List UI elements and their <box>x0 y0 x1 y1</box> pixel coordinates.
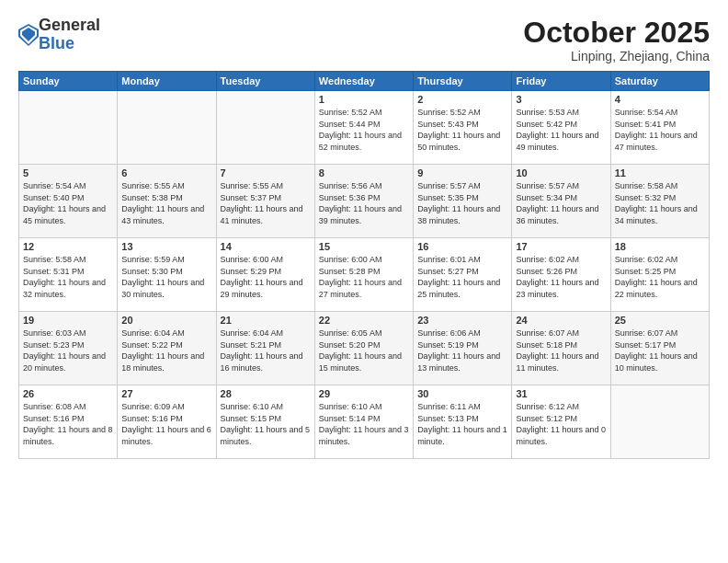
day-info: Sunrise: 6:02 AM Sunset: 5:25 PM Dayligh… <box>615 254 705 300</box>
header-sunday: Sunday <box>19 72 118 91</box>
table-row <box>118 91 216 165</box>
day-number: 25 <box>615 315 705 326</box>
day-number: 29 <box>319 388 409 399</box>
day-info: Sunrise: 5:59 AM Sunset: 5:30 PM Dayligh… <box>121 254 211 300</box>
table-row: 17Sunrise: 6:02 AM Sunset: 5:26 PM Dayli… <box>512 238 610 312</box>
day-info: Sunrise: 6:07 AM Sunset: 5:17 PM Dayligh… <box>615 327 705 373</box>
location: Linping, Zhejiang, China <box>523 49 710 63</box>
header-wednesday: Wednesday <box>314 72 413 91</box>
calendar-week-row: 1Sunrise: 5:52 AM Sunset: 5:44 PM Daylig… <box>19 91 710 165</box>
calendar-table: Sunday Monday Tuesday Wednesday Thursday… <box>18 71 710 459</box>
table-row: 25Sunrise: 6:07 AM Sunset: 5:17 PM Dayli… <box>610 312 709 385</box>
table-row: 2Sunrise: 5:52 AM Sunset: 5:43 PM Daylig… <box>414 91 512 165</box>
table-row: 13Sunrise: 5:59 AM Sunset: 5:30 PM Dayli… <box>118 238 216 312</box>
table-row <box>19 91 118 165</box>
table-row: 5Sunrise: 5:54 AM Sunset: 5:40 PM Daylig… <box>19 165 118 238</box>
day-info: Sunrise: 6:03 AM Sunset: 5:23 PM Dayligh… <box>23 327 113 373</box>
day-info: Sunrise: 6:04 AM Sunset: 5:21 PM Dayligh… <box>221 327 311 373</box>
table-row: 16Sunrise: 6:01 AM Sunset: 5:27 PM Dayli… <box>414 238 512 312</box>
day-info: Sunrise: 6:00 AM Sunset: 5:28 PM Dayligh… <box>319 254 409 300</box>
header-tuesday: Tuesday <box>216 72 314 91</box>
day-number: 20 <box>121 315 211 326</box>
header-friday: Friday <box>512 72 610 91</box>
day-info: Sunrise: 6:06 AM Sunset: 5:19 PM Dayligh… <box>417 327 507 373</box>
day-number: 14 <box>221 241 311 252</box>
day-info: Sunrise: 6:10 AM Sunset: 5:14 PM Dayligh… <box>319 401 409 447</box>
day-info: Sunrise: 6:10 AM Sunset: 5:15 PM Dayligh… <box>221 401 311 447</box>
table-row: 9Sunrise: 5:57 AM Sunset: 5:35 PM Daylig… <box>414 165 512 238</box>
day-info: Sunrise: 6:00 AM Sunset: 5:29 PM Dayligh… <box>221 254 311 300</box>
day-number: 24 <box>516 315 606 326</box>
day-number: 13 <box>121 241 211 252</box>
table-row: 28Sunrise: 6:10 AM Sunset: 5:15 PM Dayli… <box>216 385 314 459</box>
table-row: 18Sunrise: 6:02 AM Sunset: 5:25 PM Dayli… <box>610 238 709 312</box>
calendar-header-row: Sunday Monday Tuesday Wednesday Thursday… <box>19 72 710 91</box>
day-number: 6 <box>121 167 211 178</box>
logo-icon <box>18 24 39 46</box>
day-number: 18 <box>615 241 705 252</box>
table-row: 21Sunrise: 6:04 AM Sunset: 5:21 PM Dayli… <box>216 312 314 385</box>
day-info: Sunrise: 6:07 AM Sunset: 5:18 PM Dayligh… <box>516 327 606 373</box>
day-info: Sunrise: 5:58 AM Sunset: 5:32 PM Dayligh… <box>615 180 705 226</box>
day-info: Sunrise: 5:53 AM Sunset: 5:42 PM Dayligh… <box>516 107 606 153</box>
day-number: 8 <box>319 167 409 178</box>
day-info: Sunrise: 6:05 AM Sunset: 5:20 PM Dayligh… <box>319 327 409 373</box>
day-number: 10 <box>516 167 606 178</box>
day-info: Sunrise: 5:52 AM Sunset: 5:43 PM Dayligh… <box>417 107 507 153</box>
day-number: 17 <box>516 241 606 252</box>
calendar-page: General Blue October 2025 Linping, Zheji… <box>0 0 728 563</box>
day-number: 31 <box>516 388 606 399</box>
table-row: 11Sunrise: 5:58 AM Sunset: 5:32 PM Dayli… <box>610 165 709 238</box>
table-row: 19Sunrise: 6:03 AM Sunset: 5:23 PM Dayli… <box>19 312 118 385</box>
table-row: 4Sunrise: 5:54 AM Sunset: 5:41 PM Daylig… <box>610 91 709 165</box>
day-number: 19 <box>23 315 113 326</box>
day-info: Sunrise: 6:11 AM Sunset: 5:13 PM Dayligh… <box>417 401 507 447</box>
table-row: 3Sunrise: 5:53 AM Sunset: 5:42 PM Daylig… <box>512 91 610 165</box>
calendar-week-row: 26Sunrise: 6:08 AM Sunset: 5:16 PM Dayli… <box>19 385 710 459</box>
header-saturday: Saturday <box>610 72 709 91</box>
header: General Blue October 2025 Linping, Zheji… <box>18 17 710 63</box>
day-info: Sunrise: 5:52 AM Sunset: 5:44 PM Dayligh… <box>319 107 409 153</box>
day-number: 30 <box>417 388 507 399</box>
day-info: Sunrise: 5:55 AM Sunset: 5:37 PM Dayligh… <box>221 180 311 226</box>
table-row: 7Sunrise: 5:55 AM Sunset: 5:37 PM Daylig… <box>216 165 314 238</box>
day-number: 23 <box>417 315 507 326</box>
day-number: 12 <box>23 241 113 252</box>
day-number: 16 <box>417 241 507 252</box>
logo-general: General <box>39 16 100 34</box>
logo: General Blue <box>18 17 100 53</box>
day-info: Sunrise: 5:54 AM Sunset: 5:41 PM Dayligh… <box>615 107 705 153</box>
day-info: Sunrise: 6:12 AM Sunset: 5:12 PM Dayligh… <box>516 401 606 447</box>
day-info: Sunrise: 5:55 AM Sunset: 5:38 PM Dayligh… <box>121 180 211 226</box>
day-info: Sunrise: 5:54 AM Sunset: 5:40 PM Dayligh… <box>23 180 113 226</box>
table-row: 20Sunrise: 6:04 AM Sunset: 5:22 PM Dayli… <box>118 312 216 385</box>
day-number: 21 <box>221 315 311 326</box>
table-row: 26Sunrise: 6:08 AM Sunset: 5:16 PM Dayli… <box>19 385 118 459</box>
day-number: 5 <box>23 167 113 178</box>
table-row: 15Sunrise: 6:00 AM Sunset: 5:28 PM Dayli… <box>314 238 413 312</box>
day-info: Sunrise: 6:02 AM Sunset: 5:26 PM Dayligh… <box>516 254 606 300</box>
calendar-week-row: 5Sunrise: 5:54 AM Sunset: 5:40 PM Daylig… <box>19 165 710 238</box>
calendar-week-row: 19Sunrise: 6:03 AM Sunset: 5:23 PM Dayli… <box>19 312 710 385</box>
table-row: 22Sunrise: 6:05 AM Sunset: 5:20 PM Dayli… <box>314 312 413 385</box>
title-block: October 2025 Linping, Zhejiang, China <box>523 17 710 63</box>
table-row: 23Sunrise: 6:06 AM Sunset: 5:19 PM Dayli… <box>414 312 512 385</box>
day-number: 9 <box>417 167 507 178</box>
header-thursday: Thursday <box>414 72 512 91</box>
table-row: 1Sunrise: 5:52 AM Sunset: 5:44 PM Daylig… <box>314 91 413 165</box>
day-number: 27 <box>121 388 211 399</box>
day-number: 1 <box>319 94 409 105</box>
day-number: 11 <box>615 167 705 178</box>
day-info: Sunrise: 6:08 AM Sunset: 5:16 PM Dayligh… <box>23 401 113 447</box>
day-number: 28 <box>221 388 311 399</box>
day-info: Sunrise: 5:57 AM Sunset: 5:35 PM Dayligh… <box>417 180 507 226</box>
day-info: Sunrise: 6:01 AM Sunset: 5:27 PM Dayligh… <box>417 254 507 300</box>
day-number: 26 <box>23 388 113 399</box>
table-row: 10Sunrise: 5:57 AM Sunset: 5:34 PM Dayli… <box>512 165 610 238</box>
table-row: 29Sunrise: 6:10 AM Sunset: 5:14 PM Dayli… <box>314 385 413 459</box>
table-row: 30Sunrise: 6:11 AM Sunset: 5:13 PM Dayli… <box>414 385 512 459</box>
logo-text: General Blue <box>39 17 100 53</box>
calendar-week-row: 12Sunrise: 5:58 AM Sunset: 5:31 PM Dayli… <box>19 238 710 312</box>
day-info: Sunrise: 6:09 AM Sunset: 5:16 PM Dayligh… <box>121 401 211 447</box>
table-row <box>216 91 314 165</box>
